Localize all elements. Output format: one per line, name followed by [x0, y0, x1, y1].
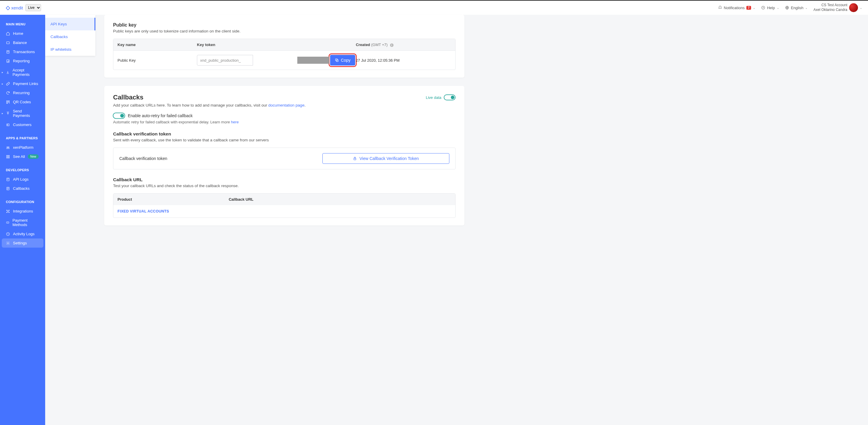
copy-label: Copy — [341, 58, 350, 63]
info-icon[interactable]: i — [390, 43, 394, 47]
settings-sub-nav: API Keys Callbacks IP whitelists — [45, 15, 95, 56]
topbar: ◇ xendit Live Notifications 7 ⌄ Help ⌄ E… — [0, 0, 868, 15]
public-key-title: Public key — [113, 23, 456, 28]
callbacks-title: Callbacks — [113, 94, 144, 101]
subnav-callbacks[interactable]: Callbacks — [45, 30, 95, 43]
sidebar-item-settings[interactable]: Settings — [2, 238, 43, 248]
svg-rect-6 — [8, 101, 9, 102]
account-info: CS Test Account Axel Oktarino Candra — [813, 3, 847, 12]
chevron-down-icon: ⌄ — [860, 6, 862, 9]
verif-title: Callback verification token — [113, 131, 456, 137]
sidebar-item-label: Payment Links — [13, 81, 38, 86]
sidebar-item-activity-logs[interactable]: Activity Logs — [0, 229, 45, 238]
svg-point-10 — [7, 147, 8, 148]
svg-rect-13 — [8, 155, 9, 156]
sidebar-item-reporting[interactable]: Reporting — [0, 56, 45, 66]
callbacks-icon — [6, 187, 10, 191]
documentation-link[interactable]: documentation page — [268, 103, 304, 107]
grid-icon — [6, 155, 10, 159]
lock-icon — [353, 156, 357, 161]
sidebar-item-label: Reporting — [13, 59, 30, 63]
bell-icon — [718, 6, 722, 10]
sidebar-item-label: Home — [13, 31, 23, 36]
token-input[interactable] — [197, 55, 253, 66]
svg-rect-12 — [6, 155, 8, 156]
account-menu[interactable]: CS Test Account Axel Oktarino Candra ⌄ — [813, 3, 862, 12]
public-key-card: Public key Public keys are only used to … — [104, 15, 464, 77]
verif-desc: Sent with every callback, use the token … — [113, 138, 456, 142]
sidebar-item-label: Recurring — [13, 91, 30, 95]
created-value: 27 Jul 2020, 12:05:36 PM — [356, 58, 451, 63]
sidebar-item-balance[interactable]: Balance — [0, 38, 45, 47]
chevron-down-icon: ⌄ — [805, 6, 807, 9]
integrations-icon — [6, 209, 10, 214]
view-verification-token-button[interactable]: View Callback Verification Token — [322, 153, 450, 164]
activity-icon — [6, 232, 10, 236]
platform-icon — [6, 145, 10, 150]
sidebar-item-xenplatform[interactable]: xenPlatform — [0, 143, 45, 152]
balance-icon — [6, 41, 10, 45]
auto-retry-row: Enable auto-retry for failed callback — [113, 113, 456, 119]
sidebar-item-label: Payment Methods — [12, 218, 39, 227]
copy-button[interactable]: Copy — [330, 55, 355, 66]
callback-url-desc: Test your callback URLs and check the st… — [113, 184, 456, 188]
download-icon — [6, 70, 10, 74]
subnav-api-keys[interactable]: API Keys — [45, 18, 95, 30]
svg-rect-2 — [6, 42, 9, 44]
live-data-toggle[interactable] — [444, 94, 456, 100]
sidebar-item-customers[interactable]: Customers — [0, 120, 45, 129]
avatar — [849, 3, 858, 12]
sidebar-item-label: Send Payments — [13, 109, 39, 118]
sidebar-item-label: Customers — [13, 123, 32, 127]
notifications-menu[interactable]: Notifications 7 ⌄ — [718, 6, 755, 10]
live-data-toggle-wrap: Live data — [426, 94, 456, 100]
help-icon — [761, 6, 765, 10]
help-menu[interactable]: Help ⌄ — [761, 6, 779, 10]
public-key-desc: Public keys are only used to tokenize ca… — [113, 29, 456, 33]
category-fixed-virtual-accounts[interactable]: FIXED VIRTUAL ACCOUNTS — [113, 205, 455, 218]
sidebar-item-recurring[interactable]: Recurring — [0, 88, 45, 97]
sidebar-item-home[interactable]: Home — [0, 29, 45, 38]
svg-rect-15 — [8, 157, 9, 158]
sidebar-item-api-logs[interactable]: API Logs — [0, 175, 45, 184]
sidebar-section-apps: APPS & PARTNERS — [0, 135, 45, 143]
language-menu[interactable]: English ⌄ — [785, 6, 808, 10]
svg-rect-14 — [6, 157, 8, 158]
environment-select[interactable]: Live — [25, 4, 41, 11]
sidebar-section-main: MAIN MENU — [0, 21, 45, 29]
live-data-label: Live data — [426, 95, 441, 100]
key-name-value: Public Key — [118, 58, 197, 63]
copy-highlight: Copy — [330, 54, 356, 66]
svg-rect-5 — [6, 101, 8, 102]
sidebar-item-label: See All — [13, 154, 25, 159]
sidebar-item-payment-methods[interactable]: Payment Methods — [0, 216, 45, 229]
sidebar-item-transactions[interactable]: Transactions — [0, 47, 45, 56]
col-created: Created (GMT +7) i — [356, 42, 451, 47]
svg-point-9 — [7, 124, 8, 125]
svg-rect-27 — [354, 158, 356, 160]
account-name: CS Test Account — [813, 3, 847, 8]
logo[interactable]: ◇ xendit — [6, 4, 23, 11]
sidebar-item-see-all[interactable]: See All New — [0, 152, 45, 161]
table-row: Public Key Copy 27 Jul 2020, 12:05:36 — [113, 51, 455, 70]
sidebar-item-accept-payments[interactable]: Accept Payments — [0, 66, 45, 79]
sidebar-item-payment-links[interactable]: Payment Links — [0, 79, 45, 88]
svg-point-24 — [7, 242, 8, 244]
auto-retry-learn-more-link[interactable]: here — [231, 120, 239, 124]
sidebar-item-callbacks[interactable]: Callbacks — [0, 184, 45, 193]
sidebar-item-integrations[interactable]: Integrations — [0, 206, 45, 216]
auto-retry-toggle[interactable] — [113, 113, 125, 119]
sidebar-section-dev: DEVELOPERS — [0, 166, 45, 175]
col-key-name: Key name — [118, 42, 197, 47]
notifications-count: 7 — [746, 6, 751, 10]
callbacks-header: Callbacks Live data — [113, 94, 456, 101]
main-content: Public key Public keys are only used to … — [95, 15, 473, 425]
table-header: Product Callback URL — [113, 194, 455, 205]
sidebar-item-qr-codes[interactable]: QR Codes — [0, 97, 45, 106]
home-icon — [6, 32, 10, 36]
subnav-ip-whitelists[interactable]: IP whitelists — [45, 43, 95, 56]
sidebar-item-send-payments[interactable]: Send Payments — [0, 106, 45, 120]
col-key-token: Key token — [197, 42, 356, 47]
callback-url-table: Product Callback URL FIXED VIRTUAL ACCOU… — [113, 193, 456, 218]
copy-icon — [335, 58, 339, 62]
